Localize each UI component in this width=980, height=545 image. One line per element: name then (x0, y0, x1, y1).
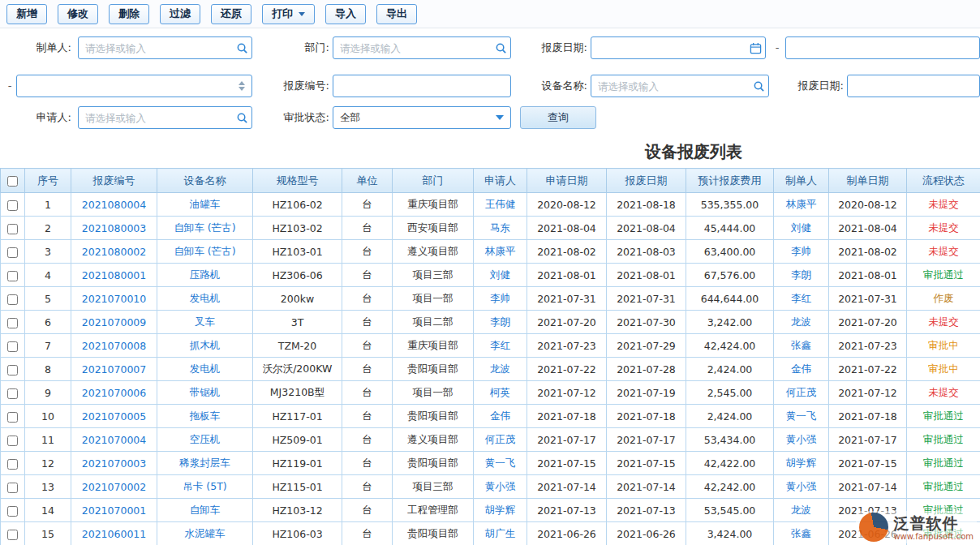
table-row[interactable]: 82021070007发电机沃尔沃/200KW台贵阳项目部龙波2021-07-2… (1, 358, 980, 381)
table-row[interactable]: 72021070008抓木机TZM-20台重庆项目部李红2021-07-2320… (1, 334, 980, 358)
cell-applicant[interactable]: 刘健 (474, 264, 527, 287)
column-header-create-date[interactable]: 制单日期 (829, 169, 907, 193)
cell-name[interactable]: 压路机 (157, 264, 253, 287)
toolbar-button-filter[interactable]: 过滤 (160, 4, 200, 24)
row-checkbox[interactable] (7, 318, 18, 328)
cell-creator[interactable]: 胡学辉 (774, 452, 829, 475)
cell-name[interactable]: 稀浆封层车 (157, 452, 253, 475)
cell-creator[interactable]: 龙波 (774, 311, 829, 334)
cell-applicant[interactable]: 金伟 (474, 405, 527, 428)
table-row[interactable]: 52021070010发电机200kw台项目一部李帅2021-07-312021… (1, 287, 980, 311)
maker-input[interactable] (78, 36, 252, 59)
toolbar-button-add[interactable]: 新增 (6, 4, 47, 24)
toolbar-button-restore[interactable]: 还原 (211, 4, 251, 24)
toolbar-button-export[interactable]: 导出 (376, 4, 417, 24)
cell-code[interactable]: 2021070002 (71, 475, 157, 499)
table-row[interactable]: 92021070006带锯机MJ3210B型台项目一部柯英2021-07-122… (1, 381, 980, 405)
search-icon[interactable] (235, 41, 248, 54)
dept-input[interactable] (333, 36, 511, 59)
applicant-input[interactable] (78, 106, 252, 129)
row-checkbox[interactable] (7, 294, 18, 305)
row-checkbox[interactable] (7, 271, 18, 281)
cell-applicant[interactable]: 何正茂 (474, 428, 527, 452)
cell-name[interactable]: 发电机 (157, 287, 253, 311)
row-checkbox[interactable] (7, 436, 18, 446)
scrap-date2-input[interactable] (847, 75, 980, 97)
table-row[interactable]: 62021070009叉车3T台项目二部李朗2021-07-202021-07-… (1, 311, 980, 334)
table-row[interactable]: 102021070005拖板车HZ117-01台贵阳项目部金伟2021-07-1… (1, 405, 980, 428)
cell-creator[interactable]: 李朗 (774, 264, 829, 287)
cell-applicant[interactable]: 李朗 (474, 311, 527, 334)
cell-code[interactable]: 2021070009 (71, 311, 157, 334)
column-header-model[interactable]: 规格型号 (253, 169, 342, 193)
select-all-checkbox[interactable] (7, 176, 18, 187)
search-icon[interactable] (752, 79, 765, 92)
cell-name[interactable]: 拖板车 (157, 405, 253, 428)
row-checkbox[interactable] (7, 459, 18, 470)
cell-creator[interactable]: 李帅 (774, 240, 829, 264)
column-header-unit[interactable]: 单位 (342, 169, 393, 193)
cell-code[interactable]: 2021070008 (71, 334, 157, 358)
row-checkbox[interactable] (7, 341, 18, 352)
cell-applicant[interactable]: 龙波 (474, 358, 527, 381)
table-row[interactable]: 122021070003稀浆封层车HZ119-01台贵阳项目部黄一飞2021-0… (1, 452, 980, 475)
cell-code[interactable]: 2021060011 (71, 522, 157, 545)
search-icon[interactable] (494, 41, 507, 54)
cell-name[interactable]: 空压机 (157, 428, 253, 452)
cell-applicant[interactable]: 林康平 (474, 240, 527, 264)
cell-code[interactable]: 2021080003 (71, 217, 157, 240)
table-row[interactable]: 12021080004油罐车HZ106-02台重庆项目部王伟健2020-08-1… (1, 193, 980, 217)
cell-applicant[interactable]: 胡学辉 (474, 499, 527, 522)
column-header-code[interactable]: 报废编号 (71, 169, 157, 193)
cell-creator[interactable]: 何正茂 (774, 381, 829, 405)
cell-applicant[interactable]: 黄一飞 (474, 452, 527, 475)
cell-name[interactable]: 吊卡 (5T) (157, 475, 253, 499)
column-header-apply-date[interactable]: 申请日期 (527, 169, 607, 193)
column-header-status[interactable]: 流程状态 (907, 169, 980, 193)
cell-applicant[interactable]: 李红 (474, 334, 527, 358)
row-checkbox[interactable] (7, 506, 18, 517)
cell-code[interactable]: 2021070001 (71, 499, 157, 522)
row-checkbox[interactable] (7, 365, 18, 375)
cell-applicant[interactable]: 胡广生 (474, 522, 527, 545)
cell-code[interactable]: 2021070005 (71, 405, 157, 428)
row-checkbox[interactable] (7, 247, 18, 258)
cell-code[interactable]: 2021080002 (71, 240, 157, 264)
column-header-scrap-date[interactable]: 报废日期 (607, 169, 686, 193)
table-row[interactable]: 152021060011水泥罐车HZ106-03台贵阳项目部胡广生2021-06… (1, 522, 980, 545)
table-row[interactable]: 42021080001压路机HZ306-06台项目三部刘健2021-08-012… (1, 264, 980, 287)
calendar-icon[interactable] (749, 41, 762, 54)
cell-code[interactable]: 2021070003 (71, 452, 157, 475)
column-header-seq[interactable]: 序号 (25, 169, 71, 193)
cell-creator[interactable]: 黄小强 (774, 428, 829, 452)
scrap-date-end-input[interactable] (785, 36, 980, 59)
cell-creator[interactable]: 张鑫 (774, 522, 829, 545)
cell-applicant[interactable]: 黄小强 (474, 475, 527, 499)
table-row[interactable]: 32021080002自卸车 (芒古)HZ103-01台遵义项目部林康平2021… (1, 240, 980, 264)
search-icon[interactable] (235, 111, 248, 124)
scrap-date-start-input[interactable] (591, 36, 766, 59)
row-checkbox[interactable] (7, 412, 18, 423)
toolbar-button-edit[interactable]: 修改 (58, 4, 98, 24)
toolbar-button-print[interactable]: 打印 (262, 4, 315, 24)
column-header-cost[interactable]: 预计报废费用 (686, 169, 774, 193)
row-checkbox[interactable] (7, 483, 18, 493)
cell-creator[interactable]: 龙波 (774, 499, 829, 522)
cell-code[interactable]: 2021070007 (71, 358, 157, 381)
cell-name[interactable]: 发电机 (157, 358, 253, 381)
cell-code[interactable]: 2021070006 (71, 381, 157, 405)
cell-applicant[interactable]: 王伟健 (474, 193, 527, 217)
cell-code[interactable]: 2021070010 (71, 287, 157, 311)
query-button[interactable]: 查询 (520, 106, 596, 129)
cell-name[interactable]: 带锯机 (157, 381, 253, 405)
cell-name[interactable]: 自卸车 (157, 499, 253, 522)
cell-creator[interactable]: 金伟 (774, 358, 829, 381)
table-row[interactable]: 22021080003自卸车 (芒古)HZ103-02台西安项目部马东2021-… (1, 217, 980, 240)
cell-code[interactable]: 2021070004 (71, 428, 157, 452)
cell-name[interactable]: 自卸车 (芒古) (157, 217, 253, 240)
table-row[interactable]: 132021070002吊卡 (5T)HZ115-01台项目三部黄小强2021-… (1, 475, 980, 499)
table-row[interactable]: 112021070004空压机HZ509-01台遵义项目部何正茂2021-07-… (1, 428, 980, 452)
column-header-name[interactable]: 设备名称 (157, 169, 253, 193)
row-checkbox[interactable] (7, 388, 18, 399)
cell-creator[interactable]: 张鑫 (774, 334, 829, 358)
